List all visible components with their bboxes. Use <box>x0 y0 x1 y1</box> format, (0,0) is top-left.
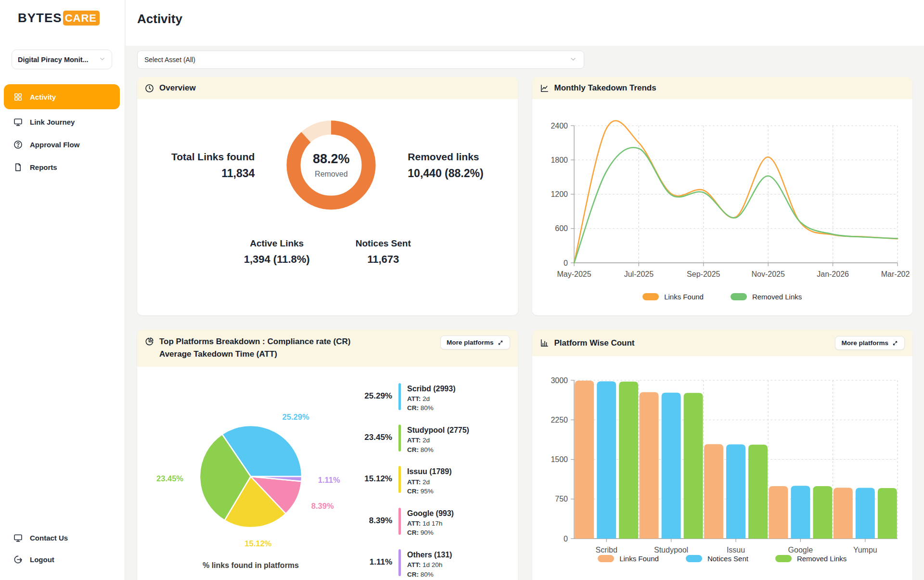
donut-center: 88.2% Removed <box>285 119 377 211</box>
platform-name: Google (993) <box>407 508 454 519</box>
notices-sent-value: 11,673 <box>356 254 411 265</box>
monitor-icon <box>13 117 23 127</box>
active-links-stat: Active Links 1,394 (11.8%) <box>244 239 310 265</box>
trend-line-links-found[interactable] <box>574 121 898 263</box>
x-tick-label: Google <box>788 546 813 554</box>
counts-card: Platform Wise Count More platforms 07501… <box>532 330 913 580</box>
overview-card-header: Overview <box>137 77 518 99</box>
legend-item-links-found[interactable]: Links Found <box>598 554 659 563</box>
asset-select-value: Select Asset (All) <box>144 56 195 64</box>
sidebar-item-reports[interactable]: Reports <box>4 157 120 177</box>
active-links-value: 1,394 (11.8%) <box>244 254 310 265</box>
platform-item-scribd-2993-[interactable]: 25.29%Scribd (2993)ATT: 2dCR: 80% <box>361 383 509 413</box>
bar-chart-icon <box>540 338 549 348</box>
bar-scribd-notices-sent[interactable] <box>597 381 616 539</box>
platform-cr: CR: 80% <box>407 570 452 580</box>
workspace-dropdown[interactable]: Digital Piracy Monit... <box>12 50 112 69</box>
counts-card-header: Platform Wise Count More platforms <box>532 330 913 356</box>
brand-logo-text: BYTES <box>18 11 62 26</box>
bar-google-removed-links[interactable] <box>813 486 832 539</box>
notices-sent-stat: Notices Sent 11,673 <box>356 239 411 265</box>
bar-scribd-links-found[interactable] <box>575 381 594 539</box>
x-tick-label: Jul-2025 <box>624 270 653 278</box>
pie-chart-icon <box>145 337 154 346</box>
bar-google-notices-sent[interactable] <box>791 486 810 539</box>
platform-att: ATT: 1d 17h <box>407 519 454 528</box>
platforms-card-titles: Top Platforms Breakdown : Compliance rat… <box>159 335 350 361</box>
counts-legend: Links FoundNotices SentRemoved Links <box>532 554 913 563</box>
x-tick-label: Sep-2025 <box>687 270 720 278</box>
legend-label: Links Found <box>619 554 659 563</box>
overview-top-row: Total Links found 11,834 88.2% Removed R… <box>137 119 518 211</box>
x-tick-label: Studypool <box>654 546 688 554</box>
trends-card: Monthly Takedown Trends 0600120018002400… <box>532 77 913 315</box>
x-tick-label: May-2025 <box>557 270 591 278</box>
bar-issuu-removed-links[interactable] <box>748 445 768 539</box>
sidebar-footer-label: Contact Us <box>30 534 68 542</box>
sidebar-item-link-journey[interactable]: Link Journey <box>4 112 120 132</box>
legend-item-removed-links[interactable]: Removed Links <box>775 554 847 563</box>
more-platforms-button-2[interactable]: More platforms <box>835 336 905 350</box>
platform-percent: 23.45% <box>361 425 392 442</box>
sidebar-footer-logout[interactable]: Logout <box>4 550 120 569</box>
platforms-card: Top Platforms Breakdown : Compliance rat… <box>137 330 518 580</box>
platform-percent: 25.29% <box>361 383 392 401</box>
active-links-label: Active Links <box>244 239 310 248</box>
total-links-value: 11,834 <box>171 168 255 179</box>
sidebar-item-label: Activity <box>30 93 56 101</box>
platform-color-bar <box>398 549 401 576</box>
platform-counts-chart[interactable]: 0750150022503000ScribdStudypoolIssuuGoog… <box>535 356 910 554</box>
bar-issuu-notices-sent[interactable] <box>726 444 745 539</box>
expand-icon <box>892 340 898 347</box>
more-platforms-button[interactable]: More platforms <box>440 335 510 349</box>
bar-studypool-notices-sent[interactable] <box>661 393 680 539</box>
donut-center-value: 88.2% <box>313 152 350 167</box>
platform-item-studypool-2775-[interactable]: 23.45%Studypool (2775)ATT: 2dCR: 80% <box>361 425 509 454</box>
platform-item-issuu-1789-[interactable]: 15.12%Issuu (1789)ATT: 2dCR: 95% <box>361 466 509 496</box>
pie-slice-label: 8.39% <box>311 502 334 510</box>
content: Select Asset (All) Overview Total Links … <box>126 46 924 580</box>
y-tick-label: 3000 <box>551 376 568 385</box>
platform-info: Issuu (1789)ATT: 2dCR: 95% <box>407 466 451 496</box>
trend-line-removed-links[interactable] <box>574 147 898 263</box>
legend-label: Links Found <box>664 293 704 301</box>
bar-scribd-removed-links[interactable] <box>619 382 638 539</box>
platform-share-pie[interactable]: 25.29%23.45%15.12%8.39%1.11% <box>147 367 354 555</box>
sidebar-item-approval-flow[interactable]: Approval Flow <box>4 134 120 155</box>
platform-percent: 15.12% <box>361 466 392 484</box>
counts-card-title: Platform Wise Count <box>554 338 635 348</box>
bar-yumpu-notices-sent[interactable] <box>856 488 875 539</box>
legend-label: Notices Sent <box>707 554 748 563</box>
platform-color-bar <box>398 425 401 451</box>
platform-name: Studypool (2775) <box>407 425 469 436</box>
bar-yumpu-links-found[interactable] <box>834 488 853 539</box>
bar-google-links-found[interactable] <box>769 486 788 539</box>
legend-item-links-found[interactable]: Links Found <box>642 293 704 301</box>
page-title: Activity <box>137 12 924 26</box>
bar-issuu-links-found[interactable] <box>704 444 723 539</box>
x-tick-label: Scribd <box>595 546 617 554</box>
y-tick-label: 2400 <box>551 122 568 130</box>
trends-chart[interactable]: 0600120018002400May-2025Jul-2025Sep-2025… <box>535 99 910 293</box>
monitor-icon <box>13 533 23 542</box>
legend-item-notices-sent[interactable]: Notices Sent <box>686 554 748 563</box>
platform-info: Scribd (2993)ATT: 2dCR: 80% <box>407 383 455 413</box>
asset-select[interactable]: Select Asset (All) <box>137 51 584 69</box>
sidebar-item-activity[interactable]: Activity <box>4 84 120 109</box>
grid-icon <box>13 92 23 102</box>
x-tick-label: Nov-2025 <box>751 270 784 278</box>
bar-studypool-links-found[interactable] <box>639 392 658 539</box>
platform-item-others-131-[interactable]: 1.11%Others (131)ATT: 1d 20hCR: 80% <box>361 549 509 579</box>
pie-slice-label: 23.45% <box>156 474 183 483</box>
platform-item-google-993-[interactable]: 8.39%Google (993)ATT: 1d 17hCR: 90% <box>361 508 509 538</box>
platform-att: ATT: 2d <box>407 394 455 404</box>
sidebar-footer-contact-us[interactable]: Contact Us <box>4 528 120 547</box>
platform-att: ATT: 2d <box>407 477 451 487</box>
bar-yumpu-removed-links[interactable] <box>878 488 897 539</box>
legend-item-removed-links[interactable]: Removed Links <box>731 293 802 301</box>
removed-donut-chart[interactable]: 88.2% Removed <box>285 119 377 211</box>
platforms-card-body: 25.29%23.45%15.12%8.39%1.11% % links fou… <box>137 367 518 580</box>
platform-percent: 8.39% <box>361 508 392 526</box>
brand-logo: BYTES CARE <box>0 0 125 26</box>
bar-studypool-removed-links[interactable] <box>683 393 703 539</box>
